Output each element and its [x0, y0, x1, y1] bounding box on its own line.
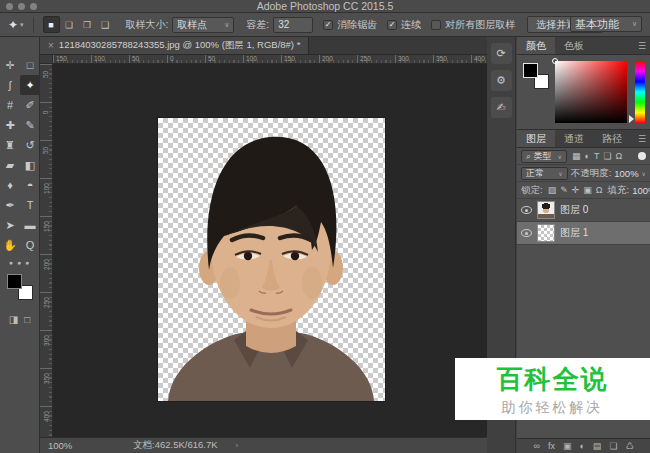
tool-button[interactable]: ◧ — [20, 155, 40, 175]
workspace-dropdown[interactable]: 基本功能 ∨ — [570, 16, 642, 32]
magic-wand-icon: ✦ — [8, 18, 18, 32]
lock-icon-button[interactable]: ▨ — [546, 185, 559, 195]
tool-button[interactable]: # — [0, 95, 20, 115]
tool-icon: # — [7, 99, 13, 111]
option-checkbox[interactable]: 对所有图层取样 — [431, 18, 515, 32]
collapsed-panel-button[interactable]: ⚙ — [491, 70, 512, 91]
layers-footer-icon[interactable]: ◐ — [579, 441, 584, 451]
toolbar-bottom-icon[interactable]: □ — [24, 314, 30, 325]
tool-icon: ✒ — [5, 199, 14, 212]
tool-button[interactable]: ▰ — [0, 155, 20, 175]
opacity-value[interactable]: 100% — [614, 168, 638, 179]
layers-footer-icon[interactable]: ❏ — [609, 441, 617, 451]
ruler-label: 50 — [40, 64, 52, 102]
layers-footer-icon[interactable]: ♺ — [625, 441, 633, 451]
tool-button[interactable]: ↺ — [20, 135, 40, 155]
tool-button[interactable]: ✐ — [20, 95, 40, 115]
layer-row[interactable]: 图层 0 — [517, 199, 650, 222]
layer-thumbnail[interactable] — [537, 224, 555, 242]
fill-value[interactable]: 100% — [632, 185, 650, 196]
tool-button[interactable]: ✚ — [0, 115, 20, 135]
tool-button[interactable]: ✒ — [0, 195, 20, 215]
panel-tab[interactable]: 路径 — [593, 130, 631, 147]
filter-icon-button[interactable]: Ω — [614, 151, 625, 161]
hue-slider[interactable] — [635, 61, 645, 123]
tool-button[interactable]: ✋ — [0, 235, 20, 255]
blend-mode-dropdown[interactable]: 正常 ∨ — [521, 167, 568, 180]
tool-button[interactable]: Q — [20, 235, 40, 255]
tool-button[interactable]: ✦ — [20, 75, 40, 95]
layer-row[interactable]: 图层 1 — [517, 222, 650, 245]
filter-icon-button[interactable]: ◐ — [583, 151, 592, 161]
tool-button[interactable]: □ — [20, 55, 40, 75]
document-image[interactable] — [158, 118, 385, 401]
tool-button[interactable]: T — [20, 195, 40, 215]
layers-footer-icon[interactable]: fx — [548, 441, 555, 451]
checkbox-icon — [431, 20, 441, 30]
document-tab-bar: × 12184030285788243355.jpg @ 100% (图层 1,… — [40, 37, 487, 55]
foreground-color-swatch[interactable] — [523, 63, 538, 78]
tool-button[interactable]: ✛ — [0, 55, 20, 75]
document-tab[interactable]: × 12184030285788243355.jpg @ 100% (图层 1,… — [40, 37, 309, 54]
tool-button[interactable]: ◓ — [20, 175, 40, 195]
selection-mode-button[interactable]: ❏ — [61, 16, 78, 33]
tool-button[interactable]: ʃ — [0, 75, 20, 95]
lock-icon-button[interactable]: ▣ — [581, 185, 594, 195]
layer-filter-dropdown[interactable]: ⌕ 类型 ∨ — [521, 150, 567, 163]
layer-visibility-eye-icon[interactable] — [521, 229, 532, 237]
saturation-brightness-field[interactable] — [555, 61, 627, 123]
toolbar-bottom-icon[interactable]: ◨ — [9, 314, 18, 325]
toolbar-bottom-icons: ◨ □ — [0, 314, 39, 325]
more-tools-button[interactable]: ● ● ● — [0, 259, 39, 266]
layers-footer-icon[interactable]: ▤ — [593, 441, 602, 451]
panel-menu-icon[interactable]: ☰ — [638, 134, 646, 144]
layers-footer-icon[interactable]: ▣ — [563, 441, 572, 451]
sample-size-dropdown[interactable]: 取样点 ∨ — [172, 17, 234, 33]
collapsed-panel-button[interactable]: ✍ — [491, 97, 512, 118]
selection-mode-button[interactable]: ■ — [43, 16, 60, 33]
foreground-color-swatch[interactable] — [7, 274, 22, 289]
option-checkbox[interactable]: 消除锯齿 — [323, 18, 377, 32]
color-field-marker[interactable] — [552, 58, 558, 64]
selection-mode-icon: ❐ — [83, 20, 91, 30]
close-tab-icon[interactable]: × — [48, 40, 54, 51]
hue-slider-marker[interactable] — [629, 115, 634, 123]
panel-tab-label: 通道 — [564, 132, 584, 146]
tool-icon: ✦ — [25, 79, 34, 92]
panel-tab[interactable]: 颜色 — [517, 37, 555, 54]
panel-tab[interactable]: 色板 — [555, 37, 593, 54]
panel-menu-icon[interactable]: ☰ — [638, 41, 646, 51]
layer-thumbnail[interactable] — [537, 201, 555, 219]
filter-icon-button[interactable]: ❏ — [601, 151, 613, 161]
layer-visibility-eye-icon[interactable] — [521, 206, 532, 214]
lock-icon-button[interactable]: Ω — [594, 185, 605, 195]
tool-preset-picker[interactable]: ✦ ▾ — [0, 18, 28, 32]
canvas[interactable] — [53, 64, 487, 437]
tool-button[interactable]: ♦ — [0, 175, 20, 195]
tool-button[interactable]: ♜ — [0, 135, 20, 155]
tool-button[interactable]: ✎ — [20, 115, 40, 135]
lock-icon-button[interactable]: ✛ — [570, 185, 582, 195]
panel-tab[interactable]: 图层 — [517, 130, 555, 147]
layers-footer-icon[interactable]: ∞ — [533, 441, 539, 451]
status-menu-icon[interactable]: › — [236, 441, 239, 450]
color-panel — [517, 55, 650, 130]
lock-label: 锁定: — [521, 184, 543, 197]
zoom-level-field[interactable]: 100% — [48, 440, 88, 451]
panel-tab[interactable]: 通道 — [555, 130, 593, 147]
filter-toggle[interactable] — [638, 152, 646, 160]
filter-icon-button[interactable]: T — [592, 151, 602, 161]
workspace-value: 基本功能 — [575, 17, 619, 32]
selection-mode-button[interactable]: ❑ — [97, 16, 114, 33]
tool-button[interactable]: ▬ — [20, 215, 40, 235]
collapsed-panel-button[interactable]: ⟳ — [491, 43, 512, 64]
sample-size-label: 取样大小: — [126, 18, 169, 32]
selection-mode-button[interactable]: ❐ — [79, 16, 96, 33]
tolerance-input[interactable]: 32 — [273, 17, 313, 33]
ruler-label: 300 — [40, 330, 52, 368]
ruler-label: 400 — [40, 406, 52, 437]
filter-icon-button[interactable]: ▦ — [570, 151, 583, 161]
tool-button[interactable]: ➤ — [0, 215, 20, 235]
option-checkbox[interactable]: 连续 — [387, 18, 421, 32]
lock-icon-button[interactable]: ✎ — [558, 185, 570, 195]
